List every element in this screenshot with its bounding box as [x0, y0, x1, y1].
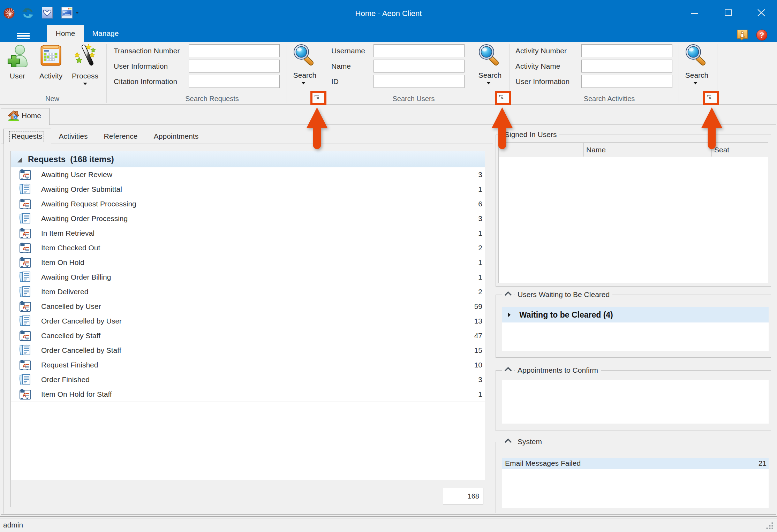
svg-text:?: ? — [760, 31, 764, 39]
